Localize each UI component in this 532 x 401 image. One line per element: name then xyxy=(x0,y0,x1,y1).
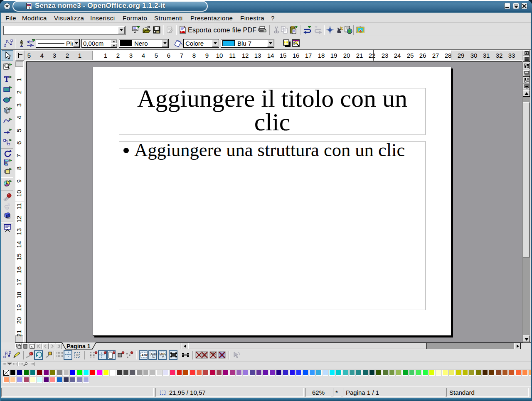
svg-text:ABC: ABC xyxy=(160,352,167,355)
svg-text:ABC: ABC xyxy=(141,353,148,357)
svg-text:ABC: ABC xyxy=(151,352,157,355)
